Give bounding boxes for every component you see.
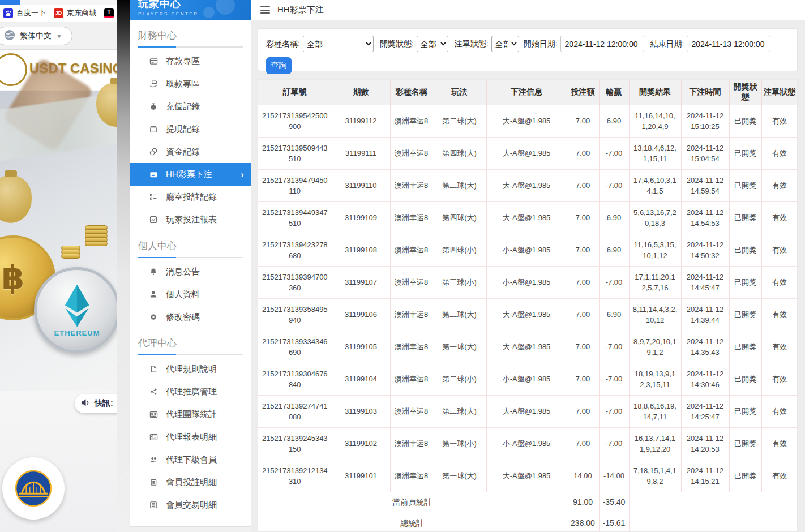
speaker-icon: [81, 398, 91, 409]
bet-cell: 2152173139479450110: [258, 169, 332, 201]
bet-cell: 11,16,5,3,15,10,1,12: [629, 234, 681, 266]
bet-cell: 6.90: [599, 201, 629, 234]
language-selector[interactable]: 繁体中文 ▼: [0, 27, 72, 45]
sidebar-item-agent-rules[interactable]: 代理規則說明: [130, 358, 251, 380]
summary-empty: [629, 513, 798, 532]
sidebar-item-change-password[interactable]: 修改密碼: [130, 306, 251, 328]
background-site: 百度一下JD京东商城T天猫 繁体中文 ▼ U USDT CASINO ฿ ETH…: [0, 0, 117, 532]
page-lower-area: 快訊:: [0, 391, 117, 532]
bookmark-2[interactable]: JD京东商城: [54, 8, 96, 18]
summary-bet-total: 238.00: [567, 513, 599, 532]
start-date-label: 開始日期:: [524, 39, 558, 49]
bet-cell: 2024-11-12 14:35:43: [681, 331, 729, 363]
ethereum-diamond-icon: [62, 284, 92, 328]
bookmark-1[interactable]: 百度一下: [3, 8, 46, 18]
purse-icon: [149, 125, 158, 134]
end-date-input[interactable]: [687, 36, 770, 52]
team-logo-badge: [2, 457, 65, 520]
sidebar-item-hall-bet-record[interactable]: 廳室投註記錄: [130, 186, 251, 208]
draw-status-select[interactable]: 全部: [417, 36, 448, 52]
bets-table-card: 訂單號期數彩種名稱玩法下注信息投注額輸贏開獎結果下注時間開獎狀態注單狀態 215…: [258, 79, 798, 532]
bet-cell: 7.00: [567, 234, 599, 266]
bet-cell: 已開獎: [729, 137, 761, 169]
bet-cell: 2024-11-12 14:15:21: [681, 460, 729, 492]
sidebar-item-agent-team-stats[interactable]: 代理團隊統計: [130, 403, 251, 426]
sidebar-item-withdraw-zone[interactable]: 取款專區: [130, 72, 251, 95]
bet-cell: 7.00: [567, 201, 599, 234]
promo-image: ฿ ETHEREUM: [0, 91, 117, 391]
bet-cell: 2024-11-12 14:30:46: [681, 363, 729, 395]
bookmark-3[interactable]: T天猫: [104, 8, 117, 18]
total-summary-row: 總統計238.00-15.61: [258, 513, 798, 532]
section-underline: [138, 46, 243, 48]
bet-cell: 澳洲幸运8: [390, 201, 433, 234]
summary-label: 當前頁統計: [258, 492, 567, 513]
sidebar-item-profile[interactable]: 個人資料: [130, 283, 251, 306]
sidebar-menu: 財務中心存款專區取款專區充值記錄提現記錄資金記錄HH彩票下注›廳室投註記錄玩家投…: [130, 29, 251, 516]
start-date-input[interactable]: [560, 36, 644, 52]
bet-cell: 有效: [761, 460, 798, 492]
query-button[interactable]: 查詢: [266, 57, 292, 74]
cardlist-icon: [149, 500, 158, 509]
sidebar-item-member-bet-detail[interactable]: 會員投註明細: [130, 471, 251, 494]
bet-cell: 小-A盤@1.985: [486, 363, 567, 395]
bet-cell: 17,1,11,20,12,5,7,16: [629, 266, 681, 298]
bet-cell: 31199108: [332, 234, 390, 266]
bet-cell: 13,18,4,6,12,1,15,11: [629, 137, 681, 169]
sidebar-item-member-trade-detail[interactable]: 會員交易明細: [130, 494, 251, 516]
filter-row: 彩種名稱: 全部 開獎狀態: 全部 注單狀態: 全部 開始日期: 結束日期:: [258, 29, 797, 52]
sidebar-subtitle: PLAYERS CENTER: [138, 11, 251, 16]
bet-cell: 已開獎: [729, 363, 761, 395]
bet-cell: 有效: [761, 137, 798, 169]
bet-cell: 2152173139509443510: [258, 137, 332, 169]
bet-cell: 31199112: [332, 105, 390, 137]
bet-cell: 澳洲幸运8: [390, 331, 433, 363]
bell-icon: [149, 267, 158, 276]
news-ticker[interactable]: 快訊:: [75, 394, 117, 413]
filter-panel: 彩種名稱: 全部 開獎狀態: 全部 注單狀態: 全部 開始日期: 結束日期: 查…: [258, 28, 798, 71]
sidebar-item-deposit-zone[interactable]: 存款專區: [130, 50, 251, 72]
bet-cell: 有效: [761, 105, 798, 137]
bet-cell: 2024-11-12 14:39:44: [681, 298, 729, 331]
bet-cell: 有效: [761, 427, 798, 460]
sidebar-item-label: 修改密碼: [166, 312, 200, 323]
order-status-select[interactable]: 全部: [491, 36, 519, 52]
browser-tab-stub[interactable]: [0, 0, 20, 5]
bet-cell: 第四球(小): [433, 234, 486, 266]
bet-cell: 7.00: [567, 395, 599, 427]
bet-cell: 大-A盤@1.985: [486, 298, 567, 331]
bet-cell: 有效: [761, 298, 798, 331]
bet-cell: 澳洲幸运8: [390, 105, 433, 137]
sidebar-item-agent-report-detail[interactable]: 代理報表明細: [130, 426, 251, 448]
bet-cell: 大-A盤@1.985: [486, 105, 567, 137]
bet-cell: 第二球(大): [433, 395, 486, 427]
sidebar-item-hh-lottery-bets[interactable]: HH彩票下注›: [130, 163, 251, 186]
bet-cell: 16,13,7,14,11,9,12,20: [629, 427, 681, 460]
sidebar-item-message-board[interactable]: 消息公告: [130, 260, 251, 283]
bet-cell: 2152173139304676840: [258, 363, 332, 395]
bet-cell: 澳洲幸运8: [390, 266, 433, 298]
bet-cell: 澳洲幸运8: [390, 460, 433, 492]
bet-cell: 大-A盤@1.985: [486, 201, 567, 234]
coin-stack-decoration: [85, 226, 108, 246]
bet-cell: 第二球(大): [433, 105, 486, 137]
sidebar-item-agent-sub-members[interactable]: 代理下級會員: [130, 448, 251, 471]
sidebar-item-agent-promotion[interactable]: 代理推廣管理: [130, 380, 251, 403]
usdt-coin-icon: U: [0, 53, 27, 86]
chart-report-icon: [149, 215, 158, 224]
bet-cell: 31199101: [332, 460, 390, 492]
sidebar-item-recharge-record[interactable]: 充值記錄: [130, 95, 251, 118]
bet-cell: 7.00: [567, 137, 599, 169]
bet-cell: 有效: [761, 266, 798, 298]
bet-cell: 31199107: [332, 266, 390, 298]
bet-row: 215217313944934751031199109澳洲幸运8第四球(大)大-…: [258, 201, 798, 234]
bets-table: 訂單號期數彩種名稱玩法下注信息投注額輸贏開獎結果下注時間開獎狀態注單狀態 215…: [258, 80, 798, 532]
lottery-select[interactable]: 全部: [303, 36, 374, 52]
bookmark-label: 百度一下: [16, 8, 46, 18]
menu-icon[interactable]: [260, 6, 270, 14]
sidebar-item-withdraw-record[interactable]: 提現記錄: [130, 118, 251, 140]
sidebar-item-player-bet-report[interactable]: 玩家投注報表: [130, 208, 251, 231]
bet-cell: 31199110: [332, 169, 390, 201]
bet-cell: 有效: [761, 331, 798, 363]
sidebar-item-funds-record[interactable]: 資金記錄: [130, 140, 251, 163]
